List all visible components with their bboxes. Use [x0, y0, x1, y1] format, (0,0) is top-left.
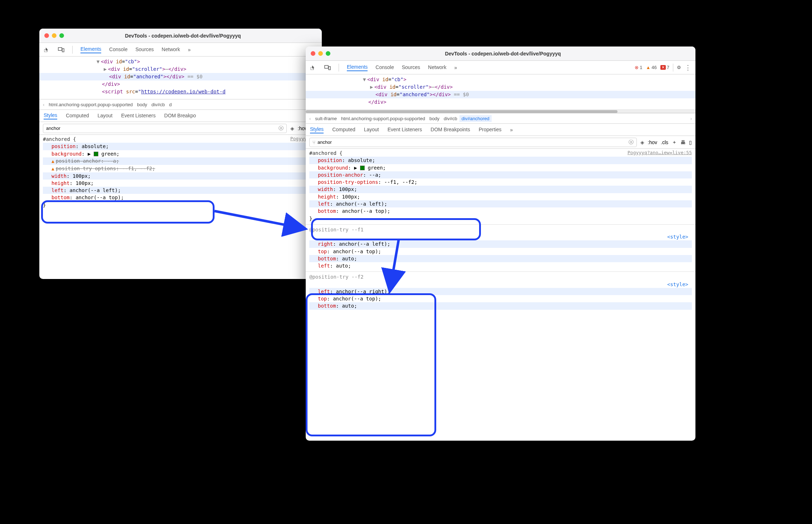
- styles-subtabs: Styles Computed Layout Event Listeners D…: [306, 124, 695, 136]
- filter-bar: ⑂ ⓧ ◈ :hov .cls ＋ 🖶 ▯: [306, 136, 695, 149]
- main-toolbar: Elements Console Sources Network »: [39, 43, 322, 57]
- style-link[interactable]: <style>: [667, 281, 692, 288]
- titlebar: DevTools - codepen.io/web-dot-dev/live/P…: [39, 29, 322, 43]
- elements-tree[interactable]: ▼<div id="cb"> ▶<div id="scroller">⋯</di…: [306, 74, 695, 109]
- filter-field[interactable]: [46, 126, 276, 131]
- filter-input[interactable]: ⓧ: [43, 124, 287, 133]
- inspect-icon[interactable]: [310, 64, 316, 71]
- styles-subtabs: Styles Computed Layout Event Listeners D…: [39, 110, 322, 122]
- close-icon[interactable]: [44, 33, 49, 38]
- tab-elements[interactable]: Elements: [80, 46, 101, 53]
- warning-icon: ▲: [51, 166, 54, 171]
- window-title: DevTools - codepen.io/web-dot-dev/live/P…: [49, 33, 317, 39]
- filter-bar: ⓧ ◈ :hov .cls: [39, 122, 322, 135]
- tab-elements[interactable]: Elements: [347, 64, 368, 71]
- more-tabs-icon[interactable]: »: [188, 47, 191, 53]
- devtools-window-after: DevTools - codepen.io/web-dot-dev/live/P…: [306, 46, 695, 441]
- breadcrumb-item[interactable]: sult-iframe: [313, 115, 339, 122]
- filter-field[interactable]: [318, 139, 626, 145]
- breadcrumb-item-selected[interactable]: div#anchored: [459, 115, 492, 122]
- status-bar[interactable]: ⊗1 ▲46 ✕7 ⚙ ⋮: [635, 64, 691, 72]
- selected-element[interactable]: <div id="anchored"></div> == $0: [306, 91, 695, 98]
- device-icon[interactable]: [58, 46, 64, 53]
- breadcrumb-item[interactable]: d: [167, 101, 174, 108]
- subtab-styles[interactable]: Styles: [310, 126, 324, 133]
- filter-icon: ⑂: [313, 139, 315, 145]
- breadcrumb-item[interactable]: body: [135, 101, 149, 108]
- warning-icon: ▲: [51, 158, 54, 164]
- gear-icon[interactable]: ⚙: [677, 65, 681, 70]
- breadcrumb[interactable]: ‹ sult-iframe html.anchoring-support.pop…: [306, 113, 695, 124]
- subtab-computed[interactable]: Computed: [66, 113, 89, 119]
- svg-rect-5: [329, 67, 330, 70]
- tab-console[interactable]: Console: [109, 46, 127, 53]
- svg-rect-2: [62, 49, 64, 52]
- clear-filter-icon[interactable]: ⓧ: [629, 139, 634, 146]
- elements-tree[interactable]: ▼<div id="cb"> ▶<div id="scroller">⋯</di…: [39, 57, 322, 99]
- breadcrumb-item[interactable]: div#cb: [149, 101, 167, 108]
- close-icon[interactable]: [311, 51, 315, 56]
- tab-sources[interactable]: Sources: [402, 64, 420, 71]
- chevron-left-icon[interactable]: ‹: [307, 116, 313, 121]
- style-link[interactable]: <style>: [667, 233, 692, 240]
- separator: [72, 46, 73, 54]
- subtab-events[interactable]: Event Listeners: [388, 127, 422, 133]
- collapse-icon[interactable]: ▼: [97, 58, 101, 65]
- tab-network[interactable]: Network: [428, 64, 446, 71]
- tab-network[interactable]: Network: [162, 46, 180, 53]
- layers-icon[interactable]: ◈: [640, 139, 644, 145]
- subtab-props[interactable]: Properties: [479, 127, 502, 133]
- subtab-events[interactable]: Event Listeners: [121, 113, 156, 119]
- styles-pane[interactable]: Pogyyyq?an #anchored { position: absolut…: [39, 135, 322, 279]
- selected-element[interactable]: <div id="anchored"></div> == $0: [39, 73, 322, 80]
- position-try-head: @position-try --f1: [309, 227, 364, 232]
- filter-input[interactable]: ⑂ ⓧ: [309, 138, 637, 147]
- separator: [339, 64, 339, 72]
- subtab-layout[interactable]: Layout: [364, 127, 379, 133]
- expand-icon[interactable]: ▶: [370, 83, 374, 91]
- clear-filter-icon[interactable]: ⓧ: [279, 125, 284, 132]
- titlebar: DevTools - codepen.io/web-dot-dev/live/P…: [306, 46, 695, 61]
- main-toolbar: Elements Console Sources Network » ⊗1 ▲4…: [306, 61, 695, 74]
- warning-icon: ▲: [646, 65, 650, 70]
- breadcrumb-item[interactable]: body: [427, 115, 442, 122]
- subtab-dom[interactable]: DOM Breakpoints: [430, 127, 470, 133]
- scrollbar[interactable]: [306, 109, 695, 113]
- svg-rect-4: [325, 65, 328, 68]
- more-tabs-icon[interactable]: »: [454, 65, 457, 70]
- panel-icon[interactable]: ▯: [689, 139, 692, 145]
- devtools-window-before: DevTools - codepen.io/web-dot-dev/live/P…: [39, 29, 322, 279]
- subtab-computed[interactable]: Computed: [332, 127, 355, 133]
- subtab-styles[interactable]: Styles: [44, 112, 57, 119]
- chevron-left-icon[interactable]: ‹: [41, 102, 46, 107]
- styles-pane[interactable]: Pogyyyq?ano…iew=live:55 #anchored { posi…: [306, 149, 695, 441]
- hov-toggle[interactable]: :hov: [648, 139, 657, 145]
- layers-icon[interactable]: ◈: [290, 126, 294, 131]
- more-tabs-icon[interactable]: »: [510, 127, 513, 133]
- device-icon[interactable]: [324, 64, 331, 71]
- cls-toggle[interactable]: .cls: [661, 139, 668, 145]
- error-icon: ⊗: [635, 65, 639, 70]
- breadcrumb[interactable]: ‹ html.anchoring-support.popup-supported…: [39, 99, 322, 110]
- breadcrumb-item[interactable]: html.anchoring-support.popup-supported: [339, 115, 427, 122]
- inspect-icon[interactable]: [44, 46, 50, 53]
- position-try-head: @position-try --f2: [309, 274, 364, 280]
- breadcrumb-item[interactable]: html.anchoring-support.popup-supported: [46, 101, 135, 108]
- subtab-dom[interactable]: DOM Breakpo: [164, 113, 196, 119]
- issue-icon: ✕: [660, 65, 666, 70]
- tab-sources[interactable]: Sources: [136, 46, 154, 53]
- breadcrumb-item[interactable]: div#cb: [442, 115, 459, 122]
- tab-console[interactable]: Console: [375, 64, 394, 71]
- subtab-layout[interactable]: Layout: [98, 113, 113, 119]
- expand-icon[interactable]: ▶: [104, 65, 108, 73]
- add-rule-icon[interactable]: ＋: [672, 139, 677, 146]
- collapse-icon[interactable]: ▼: [363, 76, 367, 83]
- source-link[interactable]: Pogyyyq?ano…iew=live:55: [628, 150, 692, 156]
- separator: [673, 64, 673, 72]
- more-icon[interactable]: ⋮: [685, 64, 691, 72]
- svg-rect-1: [58, 48, 62, 50]
- window-title: DevTools - codepen.io/web-dot-dev/live/P…: [315, 51, 690, 57]
- chevron-right-icon[interactable]: ›: [688, 116, 694, 121]
- print-icon[interactable]: 🖶: [680, 139, 685, 145]
